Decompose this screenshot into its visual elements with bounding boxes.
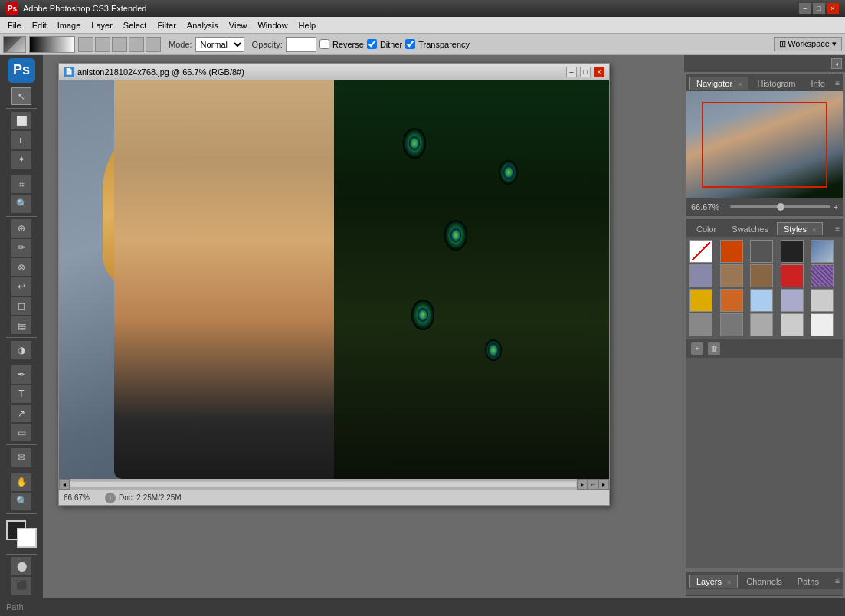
style-pattern-purple[interactable] — [811, 264, 834, 287]
move-tool[interactable]: ↖ — [11, 87, 31, 105]
gradient-tool[interactable]: ▤ — [11, 316, 31, 334]
opacity-input[interactable]: 100% — [286, 37, 316, 52]
scroll-track-h[interactable] — [70, 481, 577, 487]
panel-collapse-btn[interactable]: ◂ — [831, 58, 842, 69]
zoom-out-btn[interactable]: – — [722, 203, 727, 211]
style-medium-gray[interactable] — [720, 313, 743, 336]
menu-help[interactable]: Help — [294, 19, 321, 31]
style-rust[interactable] — [720, 289, 743, 312]
screen-mode-btn[interactable]: ⬛ — [11, 577, 31, 595]
style-dark-gray[interactable] — [750, 240, 773, 263]
clone-tool[interactable]: ⊗ — [11, 258, 31, 276]
eraser-tool[interactable]: ◻ — [11, 297, 31, 315]
style-orange-red[interactable] — [720, 240, 743, 263]
style-light-gray[interactable] — [750, 313, 773, 336]
new-style-btn[interactable]: + — [691, 342, 703, 355]
brush-preset-4[interactable] — [129, 37, 144, 52]
mode-dropdown[interactable]: Normal Multiply Screen — [195, 37, 244, 52]
minimize-button[interactable]: – — [799, 3, 811, 14]
tab-navigator[interactable]: Navigator × — [689, 77, 748, 90]
tab-styles[interactable]: Styles × — [777, 222, 823, 235]
layers-panel-menu[interactable]: ≡ — [835, 577, 840, 585]
scroll-left-btn[interactable]: ◂ — [59, 479, 70, 490]
doc-maximize-btn[interactable]: □ — [580, 67, 591, 77]
menu-file[interactable]: File — [3, 19, 26, 31]
tab-info[interactable]: Info — [804, 77, 832, 90]
transparency-checkbox[interactable] — [405, 39, 415, 49]
tab-channels[interactable]: Channels — [739, 575, 788, 588]
doc-close-btn[interactable]: × — [594, 67, 604, 77]
text-tool[interactable]: T — [11, 385, 31, 403]
tab-color[interactable]: Color — [689, 222, 723, 235]
styles-tab-close[interactable]: × — [812, 226, 816, 234]
scroll-mid-btn[interactable]: ▸ — [577, 479, 588, 490]
menu-layer[interactable]: Layer — [87, 19, 117, 31]
notes-tool[interactable]: ✉ — [11, 448, 31, 466]
style-very-dark[interactable] — [781, 240, 804, 263]
style-none[interactable] — [689, 240, 712, 263]
background-color[interactable] — [17, 528, 37, 548]
marquee-tool[interactable]: ⬜ — [11, 112, 31, 129]
tab-layers[interactable]: Layers × — [689, 575, 738, 588]
brush-preset-1[interactable] — [78, 37, 93, 52]
style-very-light[interactable] — [781, 313, 804, 336]
menu-filter[interactable]: Filter — [152, 19, 180, 31]
layers-tab-close[interactable]: × — [727, 578, 731, 586]
style-gray[interactable] — [689, 313, 712, 336]
dither-checkbox[interactable] — [367, 39, 377, 49]
foreground-swatch[interactable] — [3, 36, 26, 53]
style-near-white[interactable] — [811, 313, 834, 336]
lasso-tool[interactable]: ʟ — [11, 131, 31, 149]
style-lavender[interactable] — [781, 289, 804, 312]
history-brush-tool[interactable]: ↩ — [11, 277, 31, 295]
style-red[interactable] — [781, 264, 804, 287]
heal-tool[interactable]: ⊕ — [11, 219, 31, 237]
scroll-play-btn[interactable]: ↔ — [588, 479, 598, 490]
delete-style-btn[interactable]: 🗑 — [708, 342, 720, 355]
magic-wand-tool[interactable]: ✦ — [11, 151, 31, 169]
tab-paths[interactable]: Paths — [791, 575, 826, 588]
brush-preset-3[interactable] — [112, 37, 127, 52]
scroll-right-btn[interactable]: ▸ — [598, 479, 609, 490]
eyedropper-tool[interactable]: 🔍 — [11, 195, 31, 212]
hand-tool[interactable]: ✋ — [11, 473, 31, 491]
style-light-blue[interactable] — [750, 289, 773, 312]
panel-menu-btn[interactable]: ≡ — [835, 79, 840, 87]
reverse-checkbox[interactable] — [319, 39, 329, 49]
tab-histogram[interactable]: Histogram — [750, 77, 802, 90]
dodge-tool[interactable]: ◑ — [11, 341, 31, 359]
tab-swatches[interactable]: Swatches — [725, 222, 775, 235]
maximize-button[interactable]: □ — [813, 3, 825, 14]
style-silver[interactable] — [811, 289, 834, 312]
style-gold[interactable] — [689, 289, 712, 312]
pen-tool[interactable]: ✒ — [11, 365, 31, 383]
brush-tool[interactable]: ✏ — [11, 239, 31, 257]
crop-tool[interactable]: ⌗ — [11, 175, 31, 193]
styles-panel-menu[interactable]: ≡ — [835, 224, 840, 233]
path-select-tool[interactable]: ↗ — [11, 405, 31, 422]
zoom-in-btn[interactable]: + — [834, 203, 838, 211]
navigator-preview[interactable] — [686, 91, 843, 198]
zoom-slider[interactable] — [730, 205, 830, 208]
close-button[interactable]: × — [827, 3, 839, 14]
style-tan[interactable] — [720, 264, 743, 287]
style-gray-blue[interactable] — [689, 264, 712, 287]
menu-window[interactable]: Window — [253, 19, 292, 31]
style-brown[interactable] — [750, 264, 773, 287]
menu-edit[interactable]: Edit — [28, 19, 51, 31]
shape-tool[interactable]: ▭ — [11, 424, 31, 441]
brush-preset-2[interactable] — [95, 37, 110, 52]
menu-view[interactable]: View — [224, 19, 252, 31]
document-canvas[interactable] — [59, 80, 609, 479]
doc-minimize-btn[interactable]: – — [566, 67, 577, 77]
workspace-button[interactable]: ⊞ Workspace ▾ — [774, 37, 842, 51]
menu-image[interactable]: Image — [53, 19, 86, 31]
zoom-tool[interactable]: 🔍 — [11, 493, 31, 510]
doc-status-icon: i — [105, 493, 116, 503]
quick-mask-btn[interactable]: ⬤ — [11, 557, 31, 575]
menu-analysis[interactable]: Analysis — [182, 19, 223, 31]
style-blue-gradient[interactable] — [811, 240, 834, 263]
brush-preset-5[interactable] — [146, 37, 161, 52]
menu-select[interactable]: Select — [119, 19, 152, 31]
navigator-tab-close[interactable]: × — [738, 80, 742, 88]
